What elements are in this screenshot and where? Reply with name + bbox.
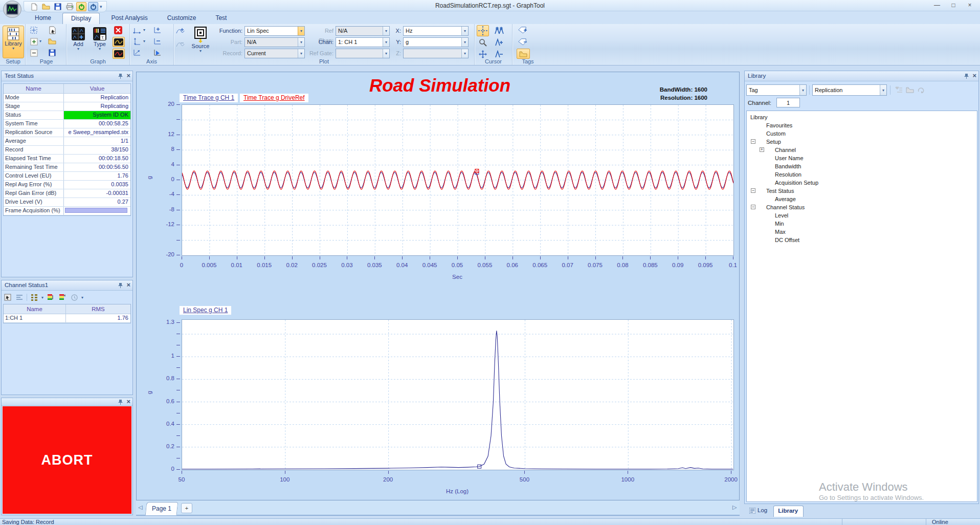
close-panel-icon[interactable]: × xyxy=(126,399,130,405)
field-combo-part[interactable]: N/A▾ xyxy=(244,37,305,47)
add-page-tab-button[interactable]: + xyxy=(181,503,192,513)
tab-log[interactable]: Log xyxy=(745,506,772,517)
chevron-down-icon[interactable]: ▾ xyxy=(383,49,389,58)
tab-library[interactable]: Library xyxy=(773,506,804,517)
filter-dropdown[interactable]: Replication▾ xyxy=(812,84,887,96)
page-scroll-right-icon[interactable]: ▷ xyxy=(732,504,737,511)
field-combo-chan[interactable]: 1: CH 1▾ xyxy=(336,37,390,47)
pin-icon[interactable] xyxy=(118,399,123,405)
qat-customize-icon[interactable]: ▾ xyxy=(100,5,102,9)
field-combo-y[interactable]: g▾ xyxy=(403,37,469,47)
chevron-down-icon[interactable]: ▾ xyxy=(298,38,304,47)
field-combo-refgate[interactable]: ▾ xyxy=(336,49,390,58)
table-row[interactable]: ModeReplication xyxy=(4,94,130,102)
channel-status-table[interactable]: Name RMS 1:CH 11.76 xyxy=(3,304,131,323)
add-tag-icon[interactable] xyxy=(517,25,530,36)
save-page-icon[interactable] xyxy=(47,48,57,58)
close-panel-icon[interactable]: × xyxy=(126,282,130,288)
expand-icon[interactable]: + xyxy=(760,147,764,152)
cursor-crosshair-icon[interactable] xyxy=(477,25,489,36)
select-channels-icon[interactable] xyxy=(3,293,12,301)
legend-lin-spec-ch1[interactable]: Lin Spec g CH 1 xyxy=(180,306,231,315)
table-row[interactable]: Replication Sourcee Sweep_resampled.stx xyxy=(4,128,130,137)
tab-post-analysis[interactable]: Post Analysis xyxy=(103,13,155,24)
collapse-icon[interactable]: − xyxy=(751,205,755,209)
limits-add-icon[interactable] xyxy=(46,293,55,301)
table-row[interactable]: 1:CH 11.76 xyxy=(4,314,130,323)
x-axis-dropdown-icon[interactable]: ▾ xyxy=(143,28,145,32)
zoom-cursor-icon[interactable] xyxy=(477,37,489,48)
field-combo-refchan[interactable]: N/A▾ xyxy=(336,26,390,36)
page-tab-active[interactable]: Page 1 xyxy=(145,502,179,515)
close-panel-icon[interactable]: × xyxy=(126,73,130,79)
pin-icon[interactable] xyxy=(118,282,123,288)
remove-trace-icon[interactable] xyxy=(175,39,185,50)
add-graph-button[interactable]: Add ▾ xyxy=(69,26,88,58)
list-view-icon[interactable] xyxy=(15,293,24,301)
chevron-down-icon[interactable]: ▾ xyxy=(461,38,468,47)
app-logo-button[interactable] xyxy=(3,1,21,18)
table-row[interactable]: StatusSystem ID OK xyxy=(4,111,130,120)
open-file-icon[interactable] xyxy=(41,2,51,11)
legend-time-trace-ch1[interactable]: Time Trace g CH 1 xyxy=(180,94,238,102)
chevron-down-icon[interactable]: ▾ xyxy=(461,49,468,58)
table-row[interactable]: Remaining Test Time00:00:56.50 xyxy=(4,163,130,172)
abort-button[interactable]: ABORT xyxy=(3,406,131,514)
print-icon[interactable] xyxy=(64,2,75,11)
legend-time-trace-driveref[interactable]: Time Trace g DriveRef xyxy=(240,94,308,102)
tab-home[interactable]: Home xyxy=(27,13,59,24)
minimize-button[interactable]: — xyxy=(929,0,945,10)
pin-icon[interactable] xyxy=(964,73,969,79)
chevron-down-icon[interactable]: ▾ xyxy=(461,27,468,35)
tree-config-icon[interactable] xyxy=(30,293,39,301)
collapse-icon[interactable]: − xyxy=(751,139,755,144)
autoscale-icon[interactable] xyxy=(152,48,163,58)
y-axis-dropdown-icon[interactable]: ▾ xyxy=(143,39,145,43)
add-page-dropdown-icon[interactable]: ▾ xyxy=(39,39,41,43)
clock-dropdown-icon[interactable]: ▾ xyxy=(81,296,83,299)
table-row[interactable]: Average1/1 xyxy=(4,137,130,146)
table-row[interactable]: Repl Avg Error (%)0.0035 xyxy=(4,181,130,189)
select-page-icon[interactable] xyxy=(47,25,57,35)
table-row[interactable]: Elapsed Test Time00:00:18.50 xyxy=(4,155,130,163)
close-panel-icon[interactable]: × xyxy=(972,73,976,79)
run-test-power-icon[interactable] xyxy=(76,2,86,11)
table-row[interactable]: Frame Acquisition (%) xyxy=(4,207,130,215)
add-trace-icon[interactable] xyxy=(175,26,185,36)
page-scroll-left-icon[interactable]: ◁ xyxy=(138,504,142,511)
field-combo-x[interactable]: Hz▾ xyxy=(403,26,469,36)
tab-customize[interactable]: Customize xyxy=(159,13,205,24)
library-tree[interactable]: LibraryFavouritesCustom−Setup+ChannelUse… xyxy=(746,111,977,502)
table-row[interactable]: Record38/150 xyxy=(4,146,130,155)
xy-axis-scale-icon[interactable] xyxy=(132,48,142,58)
zoom-in-axis-icon[interactable] xyxy=(152,25,163,35)
table-row[interactable]: System Time00:00:58.25 xyxy=(4,120,130,128)
tree-config-dropdown-icon[interactable]: ▾ xyxy=(41,296,43,299)
tag-dropdown[interactable]: Tag▾ xyxy=(746,84,807,96)
stop-test-power-icon[interactable] xyxy=(88,2,98,11)
field-combo-function[interactable]: Lin Spec▾ xyxy=(244,26,305,36)
chevron-down-icon[interactable]: ▾ xyxy=(383,27,389,35)
remove-page-icon[interactable] xyxy=(29,48,39,58)
channel-value-field[interactable]: 1 xyxy=(776,98,800,107)
library-export-icon[interactable] xyxy=(917,85,926,94)
chevron-down-icon[interactable]: ▾ xyxy=(298,27,304,35)
new-document-icon[interactable] xyxy=(29,2,39,11)
graph-type-button[interactable]: T. Type ▾ xyxy=(90,26,109,58)
field-combo-z[interactable]: ▾ xyxy=(403,49,469,58)
add-cursor-icon[interactable] xyxy=(493,37,505,48)
table-row[interactable]: Control Level (EU)1.76 xyxy=(4,172,130,181)
library-button[interactable]: Library ▾ xyxy=(3,26,24,58)
cursor-pair-icon[interactable] xyxy=(493,25,505,36)
time-trace-plot[interactable] xyxy=(182,104,734,256)
delete-graph-icon[interactable] xyxy=(114,26,123,35)
close-button[interactable]: × xyxy=(962,0,978,10)
table-row[interactable]: Repl Gain Error (dB)-0.00031 xyxy=(4,189,130,198)
tab-display[interactable]: Display xyxy=(62,13,100,24)
fit-page-icon[interactable] xyxy=(29,25,39,35)
library-open-icon[interactable] xyxy=(905,85,915,94)
save-icon[interactable] xyxy=(53,2,63,11)
chevron-down-icon[interactable]: ▾ xyxy=(383,38,389,47)
open-page-icon[interactable] xyxy=(47,36,57,47)
maximize-button[interactable]: □ xyxy=(945,0,962,10)
